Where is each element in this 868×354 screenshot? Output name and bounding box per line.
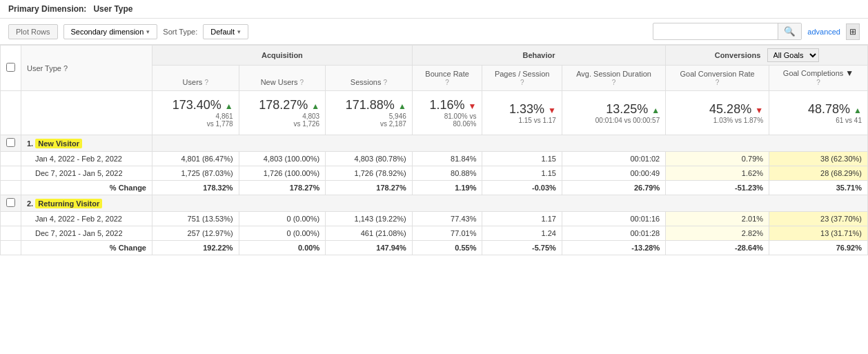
row-new-users: 4,803 (100.00%) bbox=[239, 152, 326, 166]
row-label: Jan 4, 2022 - Feb 2, 2022 bbox=[21, 152, 152, 166]
user-type-header: User Type ? bbox=[21, 46, 152, 91]
bounce-rate-help-icon[interactable]: ? bbox=[445, 79, 449, 86]
section-label-2: 2. Returning Visitor bbox=[21, 195, 152, 212]
row-new-users: 0 (0.00%) bbox=[239, 226, 326, 241]
row-gcr: -51.23% bbox=[666, 181, 769, 195]
plot-rows-button[interactable]: Plot Rows bbox=[8, 24, 58, 39]
users-help-icon[interactable]: ? bbox=[204, 79, 208, 86]
sessions-help-icon[interactable]: ? bbox=[384, 79, 388, 86]
row-bounce-rate: 80.88% bbox=[412, 166, 482, 181]
select-all-checkbox-cell bbox=[1, 46, 21, 91]
search-button[interactable]: 🔍 bbox=[778, 23, 801, 39]
section-label-1: 1. New Visitor bbox=[21, 135, 152, 152]
row-pages-session: 1.15 bbox=[482, 166, 562, 181]
row-avg-session: 26.79% bbox=[562, 181, 665, 195]
row-sessions: 147.94% bbox=[326, 241, 413, 255]
row-avg-session: 00:01:28 bbox=[562, 226, 665, 241]
pages-session-col-header: Pages / Session ? bbox=[482, 66, 562, 91]
row-avg-session: 00:00:49 bbox=[562, 166, 665, 181]
total-gcr: 45.28% ▼ 1.03% vs 1.87% bbox=[666, 91, 769, 135]
arrow-up-icon-2: ▲ bbox=[311, 101, 319, 111]
chevron-down-icon: ▾ bbox=[146, 28, 150, 35]
total-users: 173.40% ▲ 4,861 vs 1,778 bbox=[152, 91, 239, 135]
row-label: % Change bbox=[21, 241, 152, 255]
table-row: Jan 4, 2022 - Feb 2, 2022 751 (13.53%) 0… bbox=[1, 212, 868, 226]
users-col-header: Users ? bbox=[152, 66, 239, 91]
gc-help-icon[interactable]: ? bbox=[816, 79, 820, 86]
row-gc: 35.71% bbox=[769, 181, 868, 195]
grid-view-icon[interactable]: ⊞ bbox=[846, 23, 860, 40]
table-row: Dec 7, 2021 - Jan 5, 2022 1,725 (87.03%)… bbox=[1, 166, 868, 181]
secondary-dimension-label: Secondary dimension bbox=[71, 28, 144, 36]
row-bounce-rate: 0.55% bbox=[412, 241, 482, 255]
section-header-1: 1. New Visitor bbox=[1, 135, 868, 152]
row-new-users: 178.27% bbox=[239, 181, 326, 195]
row-gc: 13 (31.71%) bbox=[769, 226, 868, 241]
main-table: User Type ? Acquisition Behavior Convers… bbox=[0, 45, 868, 255]
row-users: 4,801 (86.47%) bbox=[152, 152, 239, 166]
row-label: % Change bbox=[21, 181, 152, 195]
row-gc: 76.92% bbox=[769, 241, 868, 255]
row-sessions: 1,143 (19.22%) bbox=[326, 212, 413, 226]
row-sessions: 4,803 (80.78%) bbox=[326, 152, 413, 166]
gcr-col-header: Goal Conversion Rate ? bbox=[666, 66, 769, 91]
row-gc: 38 (62.30%) bbox=[769, 152, 868, 166]
avg-session-help-icon[interactable]: ? bbox=[612, 79, 616, 86]
all-goals-select[interactable]: All Goals bbox=[767, 48, 819, 62]
secondary-dimension-dropdown[interactable]: Secondary dimension ▾ bbox=[63, 24, 158, 39]
total-gc: 48.78% ▲ 61 vs 41 bbox=[769, 91, 868, 135]
advanced-link[interactable]: advanced bbox=[807, 28, 840, 36]
row-gcr: -28.64% bbox=[666, 241, 769, 255]
total-pages-session: 1.33% ▼ 1.15 vs 1.17 bbox=[482, 91, 562, 135]
avg-session-col-header: Avg. Session Duration ? bbox=[562, 66, 665, 91]
search-box: 🔍 bbox=[653, 23, 802, 40]
chevron-down-icon-2: ▾ bbox=[237, 28, 241, 35]
section-checkbox-1[interactable] bbox=[6, 138, 15, 147]
row-gcr: 2.01% bbox=[666, 212, 769, 226]
total-avg-session: 13.25% ▲ 00:01:04 vs 00:00:57 bbox=[562, 91, 665, 135]
pages-session-help-icon[interactable]: ? bbox=[520, 79, 524, 86]
row-avg-session: -13.28% bbox=[562, 241, 665, 255]
sort-type-label: Sort Type: bbox=[163, 28, 197, 36]
select-all-checkbox[interactable] bbox=[6, 63, 15, 72]
search-icon: 🔍 bbox=[784, 26, 796, 37]
user-type-help-icon[interactable]: ? bbox=[63, 64, 68, 72]
arrow-down-icon: ▼ bbox=[468, 101, 477, 111]
new-users-help-icon[interactable]: ? bbox=[300, 79, 304, 86]
row-new-users: 0.00% bbox=[239, 241, 326, 255]
row-gc: 28 (68.29%) bbox=[769, 166, 868, 181]
table-row: % Change 192.22% 0.00% 147.94% 0.55% -5.… bbox=[1, 241, 868, 255]
arrow-down-icon-3: ▼ bbox=[755, 106, 763, 115]
primary-dimension-label: Primary Dimension: bbox=[8, 4, 86, 14]
arrow-down-icon-2: ▼ bbox=[548, 106, 556, 115]
conversions-group-header: Conversions All Goals bbox=[666, 46, 868, 66]
gc-col-header: Goal Completions ▼ ? bbox=[769, 66, 868, 91]
row-pages-session: -0.03% bbox=[482, 181, 562, 195]
row-bounce-rate: 77.43% bbox=[412, 212, 482, 226]
behavior-group-header: Behavior bbox=[412, 46, 665, 66]
visitor-label-1: New Visitor bbox=[35, 139, 82, 148]
row-users: 1,725 (87.03%) bbox=[152, 166, 239, 181]
row-gc: 23 (37.70%) bbox=[769, 212, 868, 226]
row-sessions: 461 (21.08%) bbox=[326, 226, 413, 241]
row-bounce-rate: 1.19% bbox=[412, 181, 482, 195]
arrow-up-icon-4: ▲ bbox=[651, 106, 660, 115]
row-new-users: 1,726 (100.00%) bbox=[239, 166, 326, 181]
primary-dimension-value: User Type bbox=[93, 4, 132, 14]
row-label: Dec 7, 2021 - Jan 5, 2022 bbox=[21, 166, 152, 181]
row-users: 178.32% bbox=[152, 181, 239, 195]
table-row: % Change 178.32% 178.27% 178.27% 1.19% -… bbox=[1, 181, 868, 195]
primary-dimension-bar: Primary Dimension: User Type bbox=[0, 0, 868, 19]
search-input[interactable] bbox=[653, 25, 778, 39]
gcr-help-icon[interactable]: ? bbox=[716, 79, 720, 86]
arrow-up-icon: ▲ bbox=[225, 101, 233, 111]
total-sessions: 171.88% ▲ 5,946 vs 2,187 bbox=[326, 91, 413, 135]
sort-type-dropdown[interactable]: Default ▾ bbox=[203, 24, 248, 39]
row-users: 257 (12.97%) bbox=[152, 226, 239, 241]
row-sessions: 1,726 (78.92%) bbox=[326, 166, 413, 181]
row-pages-session: 1.24 bbox=[482, 226, 562, 241]
table-row: Dec 7, 2021 - Jan 5, 2022 257 (12.97%) 0… bbox=[1, 226, 868, 241]
section-checkbox-2[interactable] bbox=[6, 198, 15, 207]
section-checkbox-cell-1 bbox=[1, 135, 21, 152]
row-bounce-rate: 81.84% bbox=[412, 152, 482, 166]
